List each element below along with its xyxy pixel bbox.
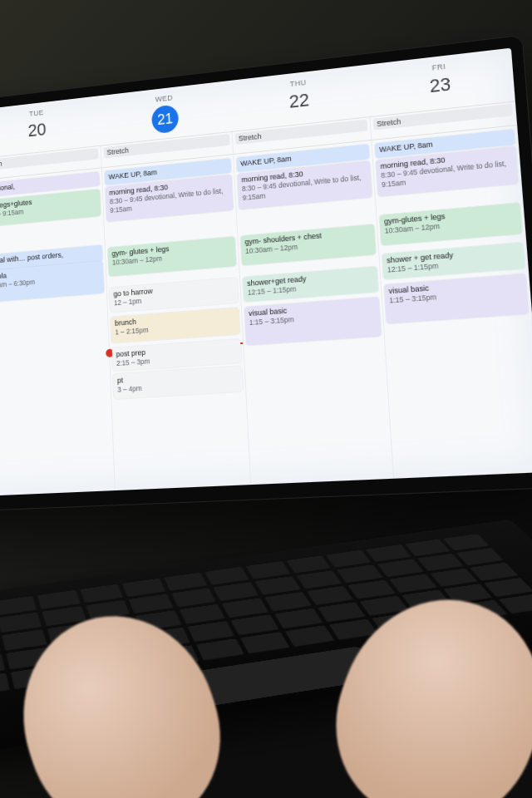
screen-bezel: TUE 20 WED 21 THU 22 FRI 23 (0, 35, 532, 513)
calendar-event[interactable]: visual basic1:15 – 3:15pm (384, 273, 529, 323)
calendar-event[interactable]: go to harrow12 – 1pm (110, 278, 239, 313)
calendar-event[interactable]: post prep2:15 – 3pm (112, 339, 242, 371)
calendar-event[interactable]: gym-glutes + legs10:30am – 12pm (379, 203, 522, 246)
calendar-event[interactable]: gym-legs+glutes8:15 – 9:15am (0, 189, 101, 227)
date-number-current: 21 (151, 104, 179, 134)
day-column-tue[interactable]: devotional,gym-legs+glutes8:15 – 9:15amc… (0, 168, 116, 495)
calendar-event[interactable]: brunch1 – 2:15pm (111, 308, 240, 343)
day-column-fri[interactable]: WAKE UP, 8ammorning read, 8:308:30 – 9:4… (372, 126, 532, 479)
laptop: TUE 20 WED 21 THU 22 FRI 23 (0, 35, 532, 513)
calendar-event[interactable]: pt3 – 4pm (113, 366, 243, 399)
calendar-event[interactable]: gym- shoulders + chest10:30am – 12pm (240, 224, 376, 266)
day-column-thu[interactable]: WAKE UP, 8ammorning read, 8:308:30 – 9:4… (234, 140, 394, 485)
calendar-week-view: TUE 20 WED 21 THU 22 FRI 23 (0, 48, 532, 498)
calendar-event[interactable]: shower + get ready12:15 – 1:15pm (382, 243, 525, 280)
calendar-event[interactable]: gym- glutes + legs10:30am – 12pm (108, 236, 237, 276)
calendar-event[interactable]: shower+get ready12:15 – 1:15pm (243, 266, 378, 302)
day-column-wed[interactable]: WAKE UP, 8ammorning read, 8:308:30 – 9:4… (102, 155, 252, 490)
screen: TUE 20 WED 21 THU 22 FRI 23 (0, 48, 532, 498)
calendar-event[interactable]: visual basic1:15 – 3:15pm (244, 297, 382, 345)
